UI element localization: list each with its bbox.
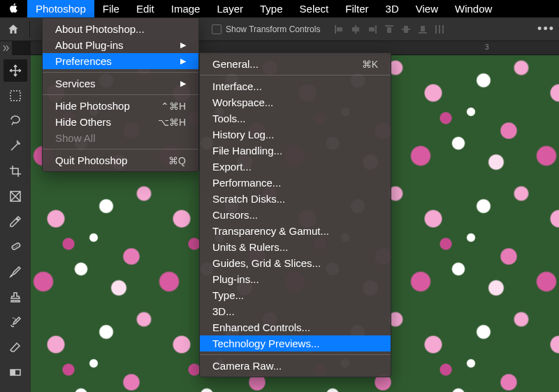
menu-about-plugins[interactable]: About Plug-ins▶	[43, 37, 198, 53]
svg-point-20	[17, 245, 18, 246]
rectangular-marquee-tool[interactable]	[3, 85, 27, 107]
svg-rect-9	[404, 26, 408, 33]
align-bottom-button[interactable]	[415, 22, 430, 37]
align-bottom-icon	[417, 24, 428, 35]
menu-show-all: Show All	[43, 130, 198, 146]
menu-shortcut: ⌘Q	[168, 155, 186, 166]
menu-hide-others[interactable]: Hide Others⌥⌘H	[43, 114, 198, 130]
menubar-image[interactable]: Image	[163, 0, 209, 17]
eyedropper-icon	[8, 215, 22, 228]
prefs-type[interactable]: Type...	[200, 287, 391, 303]
panel-expand-button[interactable]	[0, 41, 13, 55]
menubar-layer[interactable]: Layer	[208, 0, 252, 17]
submenu-arrow-icon: ▶	[180, 41, 186, 50]
menubar-label: Photoshop	[36, 3, 86, 15]
menubar-3d[interactable]: 3D	[377, 0, 407, 17]
prefs-camera-raw[interactable]: Camera Raw...	[200, 358, 391, 374]
crop-tool[interactable]	[3, 160, 27, 182]
menu-bar: Photoshop File Edit Image Layer Type Sel…	[0, 0, 559, 17]
move-tool-icon	[8, 64, 22, 78]
spot-healing-tool[interactable]	[3, 235, 27, 258]
crop-icon	[8, 164, 22, 178]
prefs-guides-grid-slices[interactable]: Guides, Grid & Slices...	[200, 255, 391, 271]
lasso-tool[interactable]	[3, 110, 27, 132]
svg-rect-6	[385, 25, 393, 27]
distribute-button[interactable]	[432, 22, 447, 37]
menu-label: Quit Photoshop	[55, 154, 152, 166]
brush-tool[interactable]	[3, 261, 27, 283]
menubar-select[interactable]: Select	[291, 0, 337, 17]
align-right-button[interactable]	[365, 22, 380, 37]
menu-about-photoshop[interactable]: About Photoshop...	[43, 21, 198, 37]
clone-stamp-tool[interactable]	[3, 286, 27, 308]
menu-label: Transparency & Gamut...	[212, 225, 378, 237]
prefs-history-log[interactable]: History Log...	[200, 126, 391, 143]
menubar-edit[interactable]: Edit	[128, 0, 163, 17]
menu-separator	[200, 354, 391, 355]
prefs-performance[interactable]: Performance...	[200, 175, 391, 191]
home-button[interactable]	[0, 17, 27, 41]
apple-menu[interactable]	[0, 0, 27, 17]
eraser-tool[interactable]	[3, 336, 27, 358]
menubar-window[interactable]: Window	[447, 0, 500, 17]
menubar-view[interactable]: View	[407, 0, 447, 17]
photoshop-app-menu: About Photoshop... About Plug-ins▶ Prefe…	[42, 17, 199, 172]
prefs-plugins[interactable]: Plug-ins...	[200, 271, 391, 287]
menu-label: File Handling...	[212, 145, 378, 157]
prefs-technology-previews[interactable]: Technology Previews...	[200, 335, 391, 351]
healing-icon	[8, 240, 22, 254]
frame-tool[interactable]	[3, 185, 27, 208]
stamp-icon	[8, 290, 22, 304]
magic-wand-tool[interactable]	[3, 135, 27, 157]
menubar-filter[interactable]: Filter	[337, 0, 377, 17]
svg-rect-7	[387, 27, 391, 33]
separator	[29, 21, 30, 38]
menu-label: History Log...	[212, 129, 378, 140]
prefs-export[interactable]: Export...	[200, 159, 391, 175]
checkbox-label: Show Transform Controls	[226, 24, 320, 34]
align-center-h-button[interactable]	[348, 22, 363, 37]
prefs-3d[interactable]: 3D...	[200, 303, 391, 319]
menu-services[interactable]: Services▶	[43, 75, 198, 92]
menu-label: Camera Raw...	[212, 360, 378, 372]
history-brush-tool[interactable]	[3, 311, 27, 333]
menubar-file[interactable]: File	[94, 0, 128, 17]
wand-icon	[8, 139, 22, 153]
prefs-scratch-disks[interactable]: Scratch Disks...	[200, 191, 391, 207]
prefs-interface[interactable]: Interface...	[200, 78, 391, 94]
menu-label: Hide Others	[55, 116, 141, 128]
svg-rect-11	[421, 26, 425, 31]
menu-label: About Plug-ins	[55, 39, 164, 51]
prefs-units-rulers[interactable]: Units & Rulers...	[200, 239, 391, 255]
more-options-button[interactable]: •••	[537, 22, 555, 36]
align-top-button[interactable]	[382, 22, 397, 37]
prefs-tools[interactable]: Tools...	[200, 110, 391, 126]
svg-rect-14	[442, 25, 444, 34]
menu-preferences[interactable]: Preferences▶	[43, 53, 198, 69]
menu-label: Services	[55, 78, 164, 89]
menu-quit-photoshop[interactable]: Quit Photoshop⌘Q	[43, 152, 198, 168]
gradient-tool[interactable]	[3, 361, 27, 384]
align-center-h-icon	[350, 24, 361, 35]
menubar-label: Layer	[217, 3, 243, 15]
prefs-file-handling[interactable]: File Handling...	[200, 143, 391, 159]
lasso-icon	[8, 114, 22, 128]
prefs-general[interactable]: General...⌘K	[200, 56, 391, 72]
submenu-arrow-icon: ▶	[180, 79, 186, 88]
prefs-cursors[interactable]: Cursors...	[200, 207, 391, 223]
show-transform-controls-checkbox[interactable]: Show Transform Controls	[212, 24, 320, 34]
eyedropper-tool[interactable]	[3, 210, 27, 233]
menu-label: Performance...	[212, 177, 378, 189]
align-left-button[interactable]	[331, 22, 347, 37]
move-tool[interactable]	[3, 59, 27, 82]
menubar-label: Edit	[136, 3, 154, 15]
menu-label: Preferences	[55, 55, 164, 67]
prefs-transparency-gamut[interactable]: Transparency & Gamut...	[200, 223, 391, 239]
align-middle-button[interactable]	[398, 22, 414, 37]
menubar-photoshop[interactable]: Photoshop	[27, 0, 94, 17]
checkbox-icon	[212, 24, 222, 34]
prefs-workspace[interactable]: Workspace...	[200, 94, 391, 110]
menu-hide-photoshop[interactable]: Hide Photoshop⌃⌘H	[43, 98, 198, 114]
menubar-type[interactable]: Type	[252, 0, 291, 17]
prefs-enhanced-controls[interactable]: Enhanced Controls...	[200, 319, 391, 335]
